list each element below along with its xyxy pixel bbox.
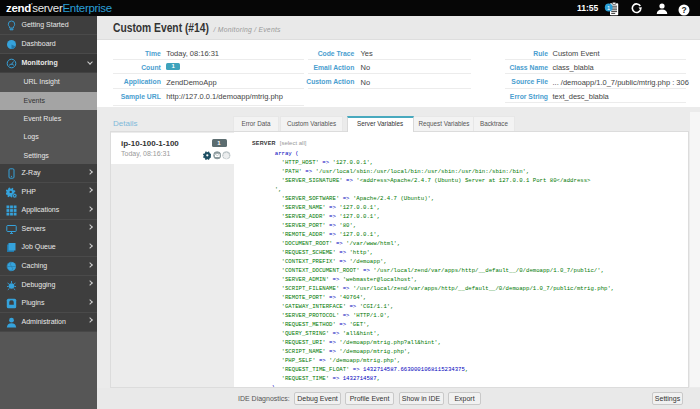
svg-text:?: ? bbox=[681, 5, 686, 15]
svg-text:1: 1 bbox=[607, 4, 610, 10]
